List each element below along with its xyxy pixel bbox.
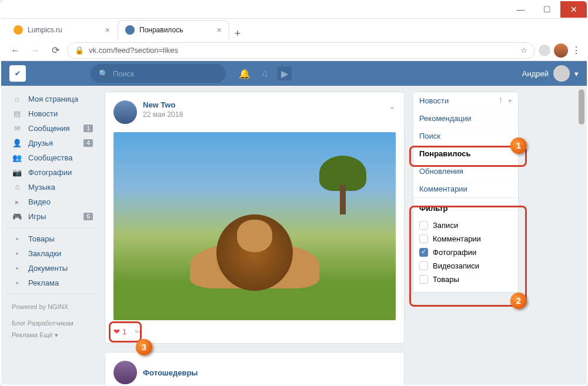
chevron-down-icon: ▾ [574,69,579,78]
checkbox[interactable] [419,221,428,230]
play-icon[interactable]: ▶ [278,66,292,80]
nav-item[interactable]: ▸Видео [8,194,96,209]
nav-item[interactable]: ▤Новости [8,106,96,121]
menu-label: Понравилось [419,149,470,158]
browser-menu-button[interactable]: ⋮ [572,45,581,56]
vk-header: ✔ 🔍 Поиск 🔔 ♫ ▶ Андрей ▾ [1,61,587,86]
filter-label: Видеозаписи [433,261,479,270]
reload-button[interactable]: ⟳ [47,42,64,59]
checkbox[interactable] [419,234,428,243]
footer-row[interactable]: Блог Разработчикам [12,318,93,330]
close-tab-icon[interactable]: × [217,25,222,35]
right-menu-item[interactable]: Комментарии [413,180,519,197]
filter-label: Записи [433,221,458,230]
like-count: 1 [122,327,126,336]
post-date: 22 мая 2018 [143,110,183,119]
tab-title: Lumpics.ru [28,26,62,34]
nav-item[interactable]: ♫Музыка [8,180,96,194]
groups-icon: 👥 [12,153,22,162]
nav-item[interactable]: 👥Сообщества [8,150,96,165]
filter-icon[interactable]: ⊺ [499,96,503,105]
post-menu-icon[interactable]: ⌄ [388,100,396,112]
nav-item[interactable]: ✉Сообщения1 [8,121,96,136]
nav-item[interactable]: 📷Фотографии [8,165,96,180]
favicon [125,25,135,35]
filter-option[interactable]: Товары [419,273,512,286]
checkbox[interactable] [419,275,428,284]
like-button[interactable]: ❤ 1 [113,327,126,336]
browser-tab-lumpics[interactable]: Lumpics.ru × [6,20,118,40]
plus-icon[interactable]: + [507,96,512,105]
post-avatar[interactable] [113,100,137,124]
close-button[interactable]: ✕ [560,1,587,18]
right-menu-item[interactable]: Поиск [413,127,519,145]
filter-option[interactable]: Фотографии [419,246,512,259]
friends-icon: 👤 [12,139,22,147]
music-icon[interactable]: ♫ [258,66,272,80]
share-icon[interactable]: ↪ [135,326,142,337]
music-icon: ♫ [12,183,22,192]
nav-item[interactable]: 👤Друзья4 [8,136,96,150]
browser-tab-vk[interactable]: Понравилось × [118,20,229,40]
filter-label: Комментарии [433,234,481,243]
annotation-marker-1: 1 [510,137,527,154]
nav-label: Моя страница [28,95,78,103]
bookmark-star-icon[interactable]: ☆ [520,46,527,55]
scrollbar[interactable] [579,89,584,125]
post-avatar[interactable] [113,361,137,384]
notifications-icon[interactable]: 🔔 [238,66,252,80]
filter-option[interactable]: Записи [419,219,512,232]
nav-label: Закладки [28,249,61,258]
nav-item[interactable]: 🎮Игры6 [8,209,96,224]
maximize-button[interactable]: ☐ [534,1,560,18]
nav-label: Видео [28,197,51,206]
checkbox[interactable] [419,261,428,270]
home-icon: ⌂ [12,95,22,103]
filter-option[interactable]: Видеозаписи [419,259,512,273]
right-menu-item[interactable]: Обновления [413,163,519,180]
post-image[interactable] [113,132,396,320]
nav-label: Фотографии [28,168,72,177]
nav-item[interactable]: ⌂Моя страница [8,92,96,106]
back-button[interactable]: ← [7,42,24,59]
msg-icon: ✉ [12,124,22,133]
feed: New Two 22 мая 2018 ⌄ ❤ 1 ↪ 3 Фото [105,92,405,379]
video-icon: ▸ [12,197,22,206]
window-titlebar: — ☐ ✕ [1,1,587,19]
forward-button[interactable]: → [27,42,44,59]
checkbox[interactable] [419,248,428,257]
user-menu[interactable]: Андрей ▾ [522,65,579,82]
favicon [14,25,23,35]
minimize-button[interactable]: — [507,1,534,18]
nav-item[interactable]: ▪Реклама [8,276,96,290]
new-tab-button[interactable]: + [229,28,246,40]
post-author[interactable]: Фотошедевры [143,368,198,377]
browser-toolbar: ← → ⟳ 🔒 vk.com/feed?section=likes ☆ ⋮ [1,40,587,61]
right-menu-item[interactable]: Новости⊺+ [413,92,519,109]
vk-logo[interactable]: ✔ [9,65,26,82]
search-icon: 🔍 [99,69,108,78]
profile-avatar[interactable] [554,43,568,58]
feed-post: Фотошедевры [105,352,405,385]
nav-label: Товары [28,234,55,243]
right-menu-item[interactable]: Рекомендации [413,110,519,127]
address-bar[interactable]: 🔒 vk.com/feed?section=likes ☆ [67,42,535,59]
nav-item[interactable]: ▪Документы [8,261,96,276]
nav-item[interactable]: ▪Закладки [8,246,96,261]
close-tab-icon[interactable]: × [105,25,110,35]
news-icon: ▤ [12,109,22,118]
nav-icon: ▪ [12,264,22,273]
search-input[interactable]: 🔍 Поиск [91,64,226,83]
nav-item[interactable]: ▪Товары [8,231,96,246]
right-sidebar: Новости⊺+РекомендацииПоискПонравилосьОбн… [413,92,519,379]
filter-label: Фотографии [433,248,476,257]
left-sidebar: ⌂Моя страница▤Новости✉Сообщения1👤Друзья4… [8,92,96,379]
footer-row[interactable]: Реклама Ещё ▾ [12,330,93,341]
right-menu-item[interactable]: Понравилось [413,145,519,162]
extension-icon[interactable] [539,45,550,56]
filter-label: Товары [433,275,459,284]
nav-label: Новости [28,109,58,118]
filter-option[interactable]: Комментарии [419,232,512,246]
post-author[interactable]: New Two [143,100,183,109]
heart-icon: ❤ [113,327,120,336]
